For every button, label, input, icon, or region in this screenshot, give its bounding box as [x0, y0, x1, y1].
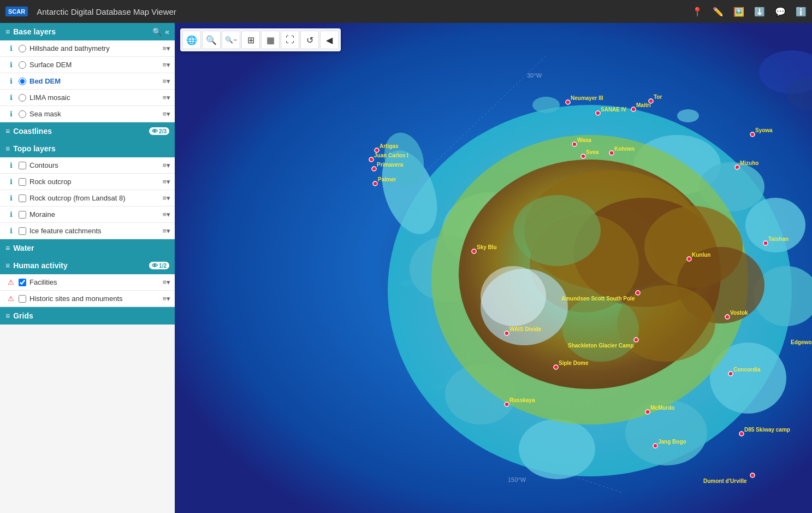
topo-layers-icon: ≡	[5, 144, 10, 153]
svg-text:Maitri: Maitri	[636, 102, 651, 108]
svg-point-96	[750, 473, 755, 477]
info-facilities[interactable]: ⚠	[7, 278, 15, 286]
info-bed-dem[interactable]: ℹ	[7, 77, 15, 85]
menu-lima[interactable]: ≡▾	[162, 93, 170, 102]
svg-point-35	[677, 109, 699, 122]
download-icon[interactable]: ⬇️	[754, 7, 765, 17]
svg-text:Kunlun: Kunlun	[692, 252, 710, 258]
collapse-icon[interactable]: «	[165, 27, 169, 36]
svg-point-18	[519, 419, 595, 479]
fullscreen-button[interactable]: ⛶	[281, 31, 299, 49]
svg-point-62	[472, 249, 476, 253]
svg-point-88	[505, 402, 509, 406]
coastlines-actions: 👁 2/3	[149, 127, 169, 135]
info-rock-outcrop-landsat[interactable]: ℹ	[7, 194, 15, 202]
layer-lima: ℹ LIMA mosaic ≡▾	[0, 90, 175, 106]
menu-sea-mask[interactable]: ≡▾	[162, 110, 170, 118]
zoom-in-button[interactable]: 🔍	[202, 31, 221, 49]
cb-ice-catchments[interactable]	[19, 227, 26, 235]
svg-point-54	[375, 148, 379, 152]
info-hillshade[interactable]: ℹ	[7, 44, 15, 52]
info-sea-mask[interactable]: ℹ	[7, 110, 15, 118]
svg-text:Primavera: Primavera	[377, 162, 404, 168]
section-base-layers[interactable]: ≡ Base layers 🔍 «	[0, 23, 175, 40]
section-coastlines[interactable]: ≡ Coastlines 👁 2/3	[0, 122, 175, 140]
info-surface-dem[interactable]: ℹ	[7, 61, 15, 69]
menu-rock-outcrop[interactable]: ≡▾	[162, 178, 170, 186]
layer-historic-sites-name: Historic sites and monuments	[29, 294, 159, 303]
info-lima[interactable]: ℹ	[7, 93, 15, 102]
section-grids[interactable]: ≡ Grids	[0, 307, 175, 325]
grids-title: Grids	[13, 311, 169, 320]
svg-text:McMurdo: McMurdo	[650, 405, 674, 411]
svg-text:Dumont d'Urville: Dumont d'Urville	[703, 478, 747, 484]
fit-button[interactable]: ⊞	[241, 31, 260, 49]
cb-rock-outcrop-landsat[interactable]	[19, 194, 26, 202]
section-water[interactable]: ≡ Water	[0, 239, 175, 257]
radio-bed-dem[interactable]	[19, 78, 26, 85]
cb-historic-sites[interactable]	[19, 295, 26, 303]
svg-point-82	[554, 365, 558, 369]
map-view[interactable]: 30°W 90°W 120°W 150°W	[175, 23, 812, 513]
menu-surface-dem[interactable]: ≡▾	[162, 61, 170, 69]
cb-moraine[interactable]	[19, 211, 26, 219]
cb-facilities[interactable]	[19, 279, 26, 286]
layer-rock-outcrop-landsat: ℹ Rock outcrop (from Landsat 8) ≡▾	[0, 190, 175, 207]
map-container[interactable]: 🌐 🔍 🔍− ⊞ ▦ ⛶ ↺ ◀	[175, 23, 812, 513]
radio-sea-mask[interactable]	[19, 110, 26, 118]
cb-rock-outcrop[interactable]	[19, 178, 26, 186]
grid-button[interactable]: ▦	[261, 31, 280, 49]
svg-point-44	[750, 132, 755, 137]
info-header-icon[interactable]: ℹ️	[796, 7, 807, 17]
info-rock-outcrop[interactable]: ℹ	[7, 178, 15, 186]
comment-icon[interactable]: 💬	[775, 7, 786, 17]
collapse-map-button[interactable]: ◀	[320, 31, 339, 49]
layer-sea-mask: ℹ Sea mask ≡▾	[0, 106, 175, 122]
info-ice-catchments[interactable]: ℹ	[7, 227, 15, 235]
svg-point-48	[581, 154, 585, 158]
layer-lima-name: LIMA mosaic	[29, 93, 159, 102]
location-icon[interactable]: 📍	[692, 7, 703, 17]
svg-point-70	[636, 291, 640, 295]
zoom-out-button[interactable]: 🔍−	[222, 31, 240, 49]
info-historic-sites[interactable]: ⚠	[7, 294, 15, 303]
refresh-button[interactable]: ↺	[300, 31, 319, 49]
radio-lima[interactable]	[19, 94, 26, 102]
radio-surface-dem[interactable]	[19, 61, 26, 69]
radio-hillshade[interactable]	[19, 45, 26, 52]
svg-point-52	[735, 165, 739, 169]
menu-rock-outcrop-landsat[interactable]: ≡▾	[162, 194, 170, 202]
menu-moraine[interactable]: ≡▾	[162, 210, 170, 219]
info-contours[interactable]: ℹ	[7, 161, 15, 169]
base-layers-actions: 🔍 «	[152, 27, 169, 36]
section-human-activity[interactable]: ≡ Human activity 👁 1/2	[0, 257, 175, 274]
svg-point-76	[634, 338, 638, 342]
svg-text:Vostok: Vostok	[730, 310, 748, 316]
layer-rock-outcrop-name: Rock outcrop	[29, 178, 159, 186]
layer-facilities: ⚠ Facilities ≡▾	[0, 274, 175, 291]
svg-point-36	[566, 100, 570, 104]
menu-facilities[interactable]: ≡▾	[162, 278, 170, 286]
layer-moraine: ℹ Moraine ≡▾	[0, 207, 175, 223]
menu-ice-catchments[interactable]: ≡▾	[162, 227, 170, 235]
menu-hillshade[interactable]: ≡▾	[162, 44, 170, 52]
menu-bed-dem[interactable]: ≡▾	[162, 77, 170, 85]
cb-contours[interactable]	[19, 162, 26, 169]
globe-button[interactable]: 🌐	[182, 31, 201, 49]
menu-historic-sites[interactable]: ≡▾	[162, 294, 170, 303]
svg-point-66	[763, 241, 768, 245]
svg-text:Amundsen Scott South Pole: Amundsen Scott South Pole	[561, 296, 635, 302]
image-icon[interactable]: 🖼️	[733, 7, 744, 17]
water-title: Water	[13, 244, 169, 252]
info-moraine[interactable]: ℹ	[7, 210, 15, 219]
layer-facilities-name: Facilities	[29, 278, 159, 286]
svg-text:Concordia: Concordia	[733, 367, 761, 373]
human-activity-layers-icon: ≡	[5, 261, 10, 270]
draw-icon[interactable]: ✏️	[713, 7, 724, 17]
svg-point-34	[532, 97, 560, 113]
layer-rock-outcrop-landsat-name: Rock outcrop (from Landsat 8)	[29, 194, 159, 202]
svg-text:Wasa: Wasa	[577, 137, 591, 143]
menu-contours[interactable]: ≡▾	[162, 161, 170, 169]
search-icon[interactable]: 🔍	[152, 27, 162, 36]
section-topo-layers[interactable]: ≡ Topo layers	[0, 140, 175, 157]
